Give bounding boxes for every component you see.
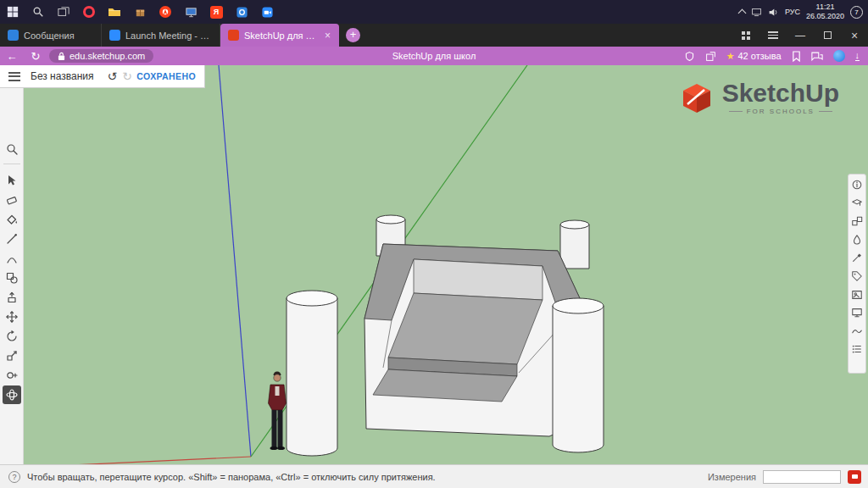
tab-messages[interactable]: Сообщения — [0, 24, 102, 47]
tab-zoom[interactable]: Launch Meeting - Zoom — [102, 24, 220, 47]
messages-favicon — [8, 30, 19, 41]
outliner-icon[interactable] — [849, 341, 865, 357]
tab-label: SketchUp для школ — [244, 30, 319, 41]
tray-chevron-icon[interactable] — [737, 9, 746, 18]
share-icon[interactable] — [705, 51, 716, 62]
feedback-icon[interactable] — [848, 470, 861, 484]
eraser-tool-icon[interactable] — [3, 191, 21, 209]
sketchup-logo-mark — [678, 79, 715, 116]
reviews-button[interactable]: ★ 42 отзыва — [726, 51, 782, 62]
url-text: edu.sketchup.com — [70, 51, 145, 61]
scale-tool-icon[interactable] — [3, 347, 21, 365]
alice-icon[interactable] — [833, 50, 845, 62]
windows-taskbar: Я РУС 11:21 26.05.2020 7 — [0, 0, 868, 24]
rotate-tool-icon[interactable] — [3, 327, 21, 346]
task-view-icon[interactable] — [51, 0, 76, 24]
instructor-icon[interactable] — [849, 196, 865, 211]
new-tab-button[interactable]: + — [346, 28, 360, 42]
display-app-icon[interactable] — [178, 0, 203, 24]
select-tool-icon[interactable] — [3, 171, 21, 190]
start-button[interactable] — [0, 0, 25, 24]
clock-time: 11:21 — [806, 3, 844, 12]
measurements-input[interactable] — [763, 470, 841, 484]
yandex-browser-icon[interactable] — [153, 0, 178, 24]
browser-tab-bar: Сообщения Launch Meeting - Zoom SketchUp… — [0, 24, 868, 47]
yandex-icon[interactable]: Я — [203, 0, 229, 24]
measurements-label: Измерения — [708, 472, 756, 482]
window-close-button[interactable]: × — [841, 24, 868, 47]
move-tool-icon[interactable] — [3, 308, 21, 326]
arc-tool-icon[interactable] — [3, 249, 21, 268]
zoom-favicon — [109, 30, 120, 41]
tools-toolbar — [0, 88, 24, 464]
scenes-icon[interactable] — [849, 287, 865, 302]
opera-icon[interactable] — [76, 0, 102, 24]
browser-menu-icon[interactable] — [760, 24, 787, 47]
tab-sketchup[interactable]: SketchUp для школ × — [220, 24, 339, 47]
soften-edges-icon[interactable] — [849, 324, 865, 339]
addressbar-actions: ★ 42 отзыва ↓ — [684, 50, 868, 62]
paint-bucket-tool-icon[interactable] — [3, 210, 21, 229]
shapes-tool-icon[interactable] — [3, 269, 21, 287]
redo-button[interactable]: ↻ — [122, 69, 132, 83]
system-tray: РУС 11:21 26.05.2020 7 — [739, 0, 868, 24]
volume-icon[interactable] — [768, 7, 779, 18]
document-title[interactable]: Без названия — [31, 70, 94, 82]
styles-icon[interactable] — [849, 250, 865, 265]
mail-app-icon[interactable] — [229, 0, 254, 24]
app-menu-icon[interactable] — [8, 69, 20, 83]
clock[interactable]: 11:21 26.05.2020 — [806, 3, 844, 22]
tab-label: Сообщения — [24, 30, 93, 41]
star-icon: ★ — [726, 51, 735, 62]
app-header: Без названия ↺ ↻ СОХРАНЕНО — [0, 65, 205, 88]
browser-address-bar: SketchUp для школ ← ↻ edu.sketchup.com ★… — [0, 47, 868, 65]
url-bar[interactable]: edu.sketchup.com — [49, 49, 153, 63]
sketchup-app: SketchUp FOR SCHOOLS Без названия ↺ ↻ СО… — [0, 65, 868, 488]
measurements-area: Измерения — [708, 470, 868, 484]
zoom-icon[interactable] — [254, 0, 280, 24]
language-indicator[interactable]: РУС — [785, 8, 800, 16]
materials-icon[interactable] — [849, 232, 865, 247]
tabbar-controls: — × — [732, 24, 868, 47]
refresh-button[interactable]: ↻ — [24, 50, 47, 63]
views-icon[interactable] — [849, 305, 865, 320]
tray-display-icon[interactable] — [751, 7, 762, 18]
notification-badge[interactable]: 7 — [850, 6, 863, 19]
yandex-letter: Я — [210, 6, 223, 19]
tab-label: Launch Meeting - Zoom — [125, 30, 212, 41]
search-tool-icon[interactable] — [3, 140, 21, 158]
tape-measure-tool-icon[interactable] — [3, 366, 21, 385]
search-icon[interactable] — [25, 0, 51, 24]
window-minimize-button[interactable]: — — [787, 24, 814, 47]
help-icon[interactable]: ? — [8, 471, 20, 483]
entity-info-icon[interactable] — [849, 177, 865, 192]
screen: Я РУС 11:21 26.05.2020 7 Сообщения — [0, 0, 868, 488]
status-bar: ? Чтобы вращать, перетащите курсор. «Shi… — [0, 464, 868, 488]
file-explorer-icon[interactable] — [102, 0, 127, 24]
bookmark-icon[interactable] — [792, 51, 801, 62]
package-app-icon[interactable] — [127, 0, 153, 24]
tab-close-icon[interactable]: × — [324, 30, 331, 42]
orbit-tool-icon[interactable] — [3, 385, 21, 404]
save-status: СОХРАНЕНО — [136, 71, 196, 81]
status-hint: Чтобы вращать, перетащите курсор. «Shift… — [27, 472, 436, 482]
model-viewport[interactable] — [0, 65, 868, 464]
sketchup-logo: SketchUp FOR SCHOOLS — [678, 79, 839, 116]
tab-groups-icon[interactable] — [732, 24, 760, 47]
line-tool-icon[interactable] — [3, 230, 21, 248]
sketchup-favicon — [228, 30, 239, 41]
components-icon[interactable] — [849, 214, 865, 229]
reviews-count: 42 отзыва — [738, 51, 782, 61]
push-pull-tool-icon[interactable] — [3, 288, 21, 307]
protect-icon[interactable] — [684, 51, 695, 62]
window-maximize-button[interactable] — [814, 24, 841, 47]
clock-date: 26.05.2020 — [806, 12, 844, 21]
tags-icon[interactable] — [849, 269, 865, 284]
panels-toolbar — [848, 174, 866, 374]
lock-icon — [58, 52, 65, 61]
taskbar-apps: Я — [0, 0, 280, 24]
undo-button[interactable]: ↺ — [108, 69, 118, 83]
back-button[interactable]: ← — [0, 50, 24, 63]
chats-icon[interactable] — [811, 51, 823, 62]
download-icon[interactable]: ↓ — [855, 51, 860, 61]
